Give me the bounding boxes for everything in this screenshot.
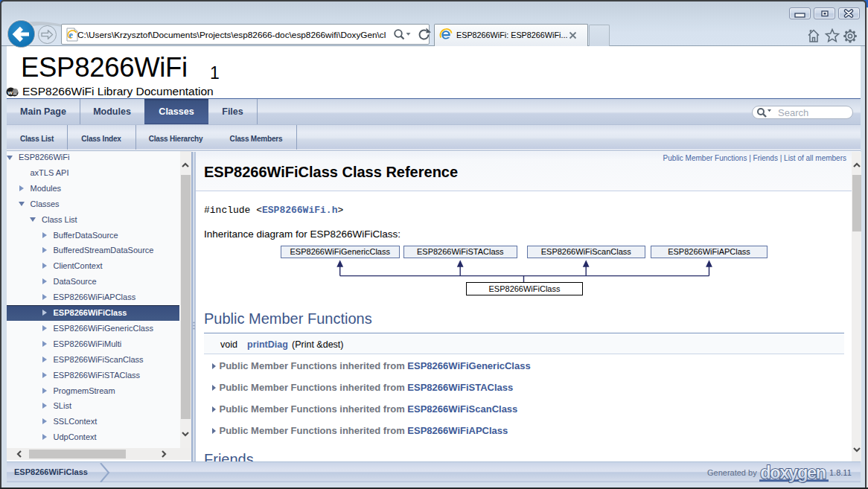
svg-text:doxygen: doxygen <box>760 463 826 482</box>
svg-text:w: w <box>7 89 13 96</box>
